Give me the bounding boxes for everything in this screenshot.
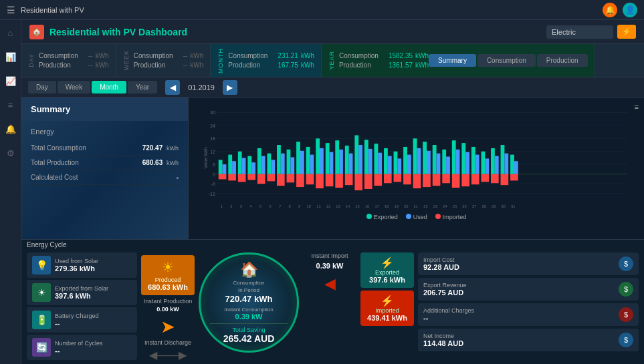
header-search: ⚡ [546, 25, 636, 39]
svg-text:4: 4 [249, 204, 252, 208]
tab-day[interactable]: Day [28, 81, 56, 94]
svg-text:1: 1 [221, 204, 223, 208]
svg-rect-33 [271, 160, 275, 174]
svg-rect-43 [296, 174, 304, 187]
header-title: Residential with PV Dashboard [49, 27, 187, 37]
flow-arrow-right: ➤ [160, 318, 175, 335]
nav-prev-button[interactable]: ◀ [165, 80, 180, 95]
svg-text:18: 18 [210, 136, 215, 141]
left-energy-cards: 💡 Used from Solar 279.36 kWh ☀ Exported … [27, 252, 137, 360]
svg-rect-92 [461, 143, 465, 174]
svg-rect-41 [296, 142, 300, 174]
svg-rect-55 [335, 174, 343, 188]
svg-rect-85 [433, 174, 441, 186]
svg-rect-54 [339, 150, 343, 174]
search-input[interactable] [546, 25, 613, 39]
tab-week[interactable]: Week [58, 81, 90, 94]
svg-rect-64 [364, 174, 372, 189]
svg-text:27: 27 [472, 204, 476, 208]
import-cost-card: Import Cost 92.28 AUD $ [418, 252, 639, 275]
search-button[interactable]: ⚡ [617, 25, 636, 39]
svg-rect-83 [433, 145, 437, 174]
svg-rect-35 [277, 145, 281, 174]
svg-rect-45 [310, 155, 314, 174]
sidebar-item-bell[interactable]: 🔔 [3, 122, 18, 136]
svg-rect-40 [287, 174, 295, 183]
svg-rect-38 [287, 150, 291, 174]
energy-cycle-section: Energy Cycle 💡 Used from Solar 279.36 kW… [21, 239, 644, 364]
svg-rect-97 [471, 174, 479, 185]
svg-rect-96 [475, 155, 479, 174]
tab-year[interactable]: Year [128, 81, 157, 94]
svg-rect-68 [384, 148, 388, 174]
svg-text:12: 12 [326, 204, 330, 208]
svg-rect-77 [413, 138, 417, 174]
svg-text:31: 31 [511, 204, 515, 208]
tabbar: Day Week Month Year ◀ 01.2019 ▶ [21, 77, 644, 98]
chart-menu-icon[interactable]: ≡ [635, 103, 639, 111]
svg-rect-107 [510, 155, 514, 174]
summary-title: Summary [21, 98, 188, 121]
additional-charges-icon: $ [619, 307, 633, 322]
svg-text:7: 7 [279, 204, 281, 208]
tab-month[interactable]: Month [92, 81, 126, 94]
svg-rect-29 [257, 148, 261, 174]
net-income-card: Net Income 114.48 AUD $ [418, 329, 639, 351]
notification-icon[interactable]: 🔔 [603, 3, 617, 17]
svg-rect-57 [349, 154, 353, 174]
chart-legend: Exported Used Imported [194, 211, 639, 223]
consumption-period-label: ConsumptionIn Period [233, 280, 264, 294]
svg-rect-31 [257, 174, 265, 184]
svg-rect-79 [413, 174, 421, 188]
svg-rect-101 [491, 148, 495, 174]
total-saving-label: Total Saving [232, 327, 265, 333]
svg-rect-50 [326, 143, 330, 174]
header-home-icon: 🏠 [29, 25, 44, 39]
svg-text:16: 16 [365, 204, 369, 208]
topbar-title: Residential with PV [21, 6, 84, 14]
nav-next-button[interactable]: ▶ [223, 80, 237, 95]
svg-text:21: 21 [414, 204, 418, 208]
svg-text:26: 26 [462, 204, 466, 208]
svg-rect-106 [501, 174, 509, 185]
svg-rect-72 [397, 158, 401, 174]
discharge-arrows: ◀——▶ [149, 349, 187, 361]
svg-rect-91 [452, 174, 460, 188]
export-revenue-card: Export Revenue 206.75 AUD $ [418, 278, 639, 301]
svg-rect-51 [330, 152, 334, 174]
svg-rect-47 [316, 138, 320, 174]
svg-text:25: 25 [453, 204, 457, 208]
svg-text:18: 18 [385, 204, 389, 208]
svg-rect-74 [403, 147, 407, 174]
svg-rect-103 [491, 174, 499, 184]
svg-rect-67 [374, 174, 382, 186]
energy-label: Energy [31, 128, 179, 136]
summary-row-cost: Calculated Cost - [31, 170, 179, 185]
svg-rect-26 [247, 156, 251, 174]
sidebar-item-chart[interactable]: 📈 [3, 73, 18, 88]
energy-cycle-title: Energy Cycle [21, 240, 644, 250]
svg-rect-87 [446, 156, 450, 174]
tab-production[interactable]: Production [537, 54, 588, 67]
svg-text:30: 30 [210, 110, 215, 115]
sidebar-item-home[interactable]: ⌂ [3, 25, 18, 40]
sidebar-item-dashboard[interactable]: 📊 [3, 49, 18, 64]
header: 🏠 Residential with PV Dashboard ⚡ [21, 20, 644, 44]
menu-icon[interactable]: ☰ [7, 5, 15, 15]
instant-import-label: Instant Import [311, 252, 348, 259]
svg-text:20: 20 [404, 204, 408, 208]
chart-area: ≡ Value kWh 30 24 18 12 6 0 -6 [189, 98, 644, 239]
svg-rect-49 [316, 174, 324, 188]
tab-consumption[interactable]: Consumption [477, 54, 536, 67]
sidebar-item-list[interactable]: ≡ [3, 98, 18, 112]
svg-rect-80 [423, 142, 427, 174]
tab-summary[interactable]: Summary [429, 54, 476, 67]
svg-text:9: 9 [298, 204, 300, 208]
svg-rect-34 [267, 174, 275, 182]
svg-rect-98 [481, 152, 485, 174]
svg-text:5: 5 [259, 204, 261, 208]
user-icon[interactable]: 👤 [623, 3, 637, 17]
period-year-label: YEAR [328, 51, 335, 70]
sidebar-item-settings[interactable]: ⚙ [3, 146, 18, 160]
svg-rect-46 [306, 174, 314, 185]
